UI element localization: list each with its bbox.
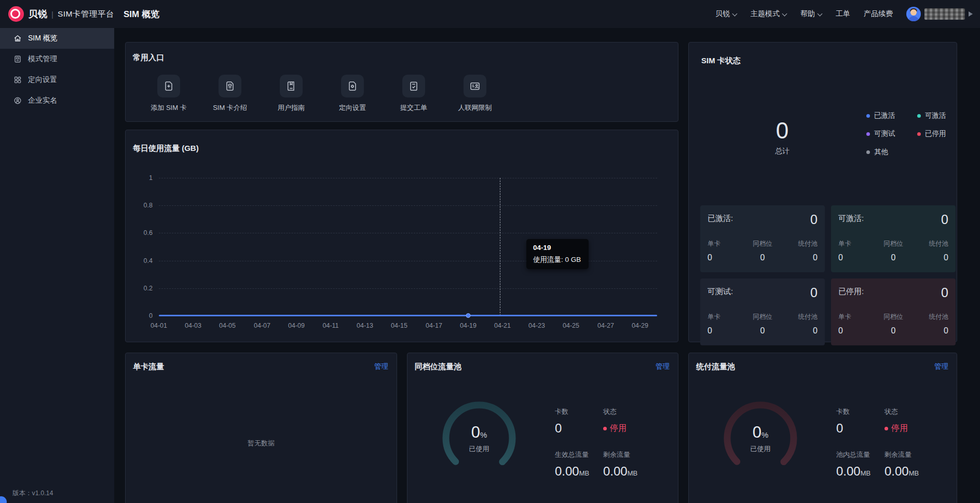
stat-status: 状态 停用 [603,407,681,436]
status-box-stopped: 已停用: 0 单卡0 同档位0 统付池0 [831,278,956,345]
x-tick: 04-05 [219,322,236,329]
legend-dot [917,114,921,118]
sidebar-item-label: 企业实名 [28,96,57,105]
legend-label: 可测试 [874,129,895,138]
nav-brand-menu[interactable]: 贝锐 [715,9,737,19]
sidebar: SIM 概览 模式管理 定向设置 企业实名 版本：v1.0.14 [0,28,114,503]
y-tick: 0.6 [144,229,153,236]
same-tier-pool-card: 同档位流量池 管理 0% 已使用 卡数 [407,353,678,503]
chevron-down-icon [818,11,822,16]
nav-renew[interactable]: 产品续费 [864,9,893,19]
user-avatar[interactable] [906,7,921,21]
status-box-label: 可测试: [707,287,733,297]
sidebar-item-sim-overview[interactable]: SIM 概览 [0,28,114,49]
sidebar-item-enterprise-realname[interactable]: 企业实名 [0,90,114,111]
collapse-arrow-icon[interactable] [969,11,973,17]
x-tick: 04-03 [185,322,201,329]
legend-label: 已停用 [925,129,946,138]
hovered-data-point [466,313,471,318]
tooltip-date: 04-19 [533,244,582,252]
y-tick: 0.2 [144,285,153,292]
pool-title: 同档位流量池 [415,362,461,372]
stat-status: 状态 停用 [884,407,962,436]
legend-other[interactable]: 其他 [866,147,917,157]
gridline [159,288,657,289]
sidebar-item-direction-settings[interactable]: 定向设置 [0,69,114,90]
sim-card-icon [224,80,236,92]
stat-remaining-traffic: 剩余流量 0.00MB [603,450,681,479]
manage-link[interactable]: 管理 [374,362,388,372]
gauge-center: 0% 已使用 [721,399,800,478]
status-box-value: 0 [810,287,818,299]
manage-link[interactable]: 管理 [656,362,670,372]
y-tick: 1 [149,174,153,181]
status-badge: 停用 [603,423,627,434]
x-tick: 04-07 [254,322,270,329]
y-tick: 0 [149,312,153,319]
entry-network-restriction[interactable]: 人联网限制 [446,75,504,113]
nav-theme-mode[interactable]: 主题模式 [751,9,787,19]
entry-user-guide[interactable]: 用户指南 [262,75,320,113]
status-box-value: 0 [810,214,818,226]
quick-entry-card: 常用入口 添加 SIM 卡 [125,42,678,122]
header-nav: 贝锐 主题模式 帮助 工单 产品续费 [715,7,980,21]
x-tick: 04-23 [528,322,545,329]
legend-stopped[interactable]: 已停用 [917,129,968,138]
legend-label: 可激活 [925,111,946,120]
quick-entry-title: 常用入口 [133,53,164,63]
sidebar-item-label: 模式管理 [28,54,57,64]
manage-link[interactable]: 管理 [934,362,948,372]
tooltip-value: 使用流量: 0 GB [533,255,582,264]
nav-ticket[interactable]: 工单 [836,9,850,19]
gauge-value: 0 [471,423,480,441]
entry-direction-settings[interactable]: 定向设置 [323,75,382,113]
pool-title: 统付流量池 [696,362,735,372]
sim-gear-icon [347,80,358,92]
unified-pool-card: 统付流量池 管理 0% 已使用 卡数 [688,353,957,503]
nav-help[interactable]: 帮助 [800,9,822,19]
user-account[interactable] [906,7,973,21]
legend-activated[interactable]: 已激活 [866,111,917,120]
pool-stats: 卡数 0 状态 停用 生效总流量 0.00MB [555,407,681,479]
sim-total-label: 总计 [721,147,843,156]
gauge-unit: % [761,430,768,439]
quick-entry-row: 添加 SIM 卡 SIM 卡介绍 [140,75,504,113]
gauge-value: 0 [753,423,761,441]
x-tick: 04-01 [151,322,167,329]
gridline [159,178,657,178]
floating-widget[interactable] [0,496,7,503]
brand-separator: | [51,10,53,19]
sim-add-icon [163,80,174,92]
gridline [159,205,657,206]
x-tick: 04-15 [391,322,407,329]
pool-title: 单卡流量 [133,362,164,372]
status-dot [603,427,607,430]
x-tick: 04-19 [460,322,477,329]
nav-brand-menu-label: 贝锐 [715,9,730,19]
entry-add-sim[interactable]: 添加 SIM 卡 [140,75,198,113]
home-icon [13,34,22,43]
empty-placeholder: 暂无数据 [126,439,397,448]
legend-label: 其他 [874,147,888,157]
sidebar-item-mode-management[interactable]: 模式管理 [0,49,114,69]
sidebar-item-label: SIM 概览 [28,34,58,43]
legend-activatable[interactable]: 可激活 [917,111,968,120]
entry-sim-intro[interactable]: SIM 卡介绍 [201,75,259,113]
entry-submit-ticket[interactable]: 提交工单 [385,75,443,113]
sim-status-card: SIM 卡状态 0 总计 已激活 可激活 [688,42,957,342]
y-axis-labels: 1 0.8 0.6 0.4 0.2 0 [130,178,153,316]
x-tick: 04-09 [288,322,305,329]
gauge-unit: % [480,430,487,439]
x-tick: 04-25 [563,322,579,329]
gauge-label: 已使用 [751,444,771,454]
grid-icon [13,76,22,84]
chart-tooltip: 04-19 使用流量: 0 GB [526,239,589,269]
single-card-traffic-card: 单卡流量 管理 暂无数据 [125,353,397,503]
legend-testable[interactable]: 可测试 [866,129,917,138]
sim-status-title: SIM 卡状态 [701,56,741,66]
nav-help-label: 帮助 [800,9,815,19]
chevron-down-icon [732,11,737,16]
version-label: 版本：v1.0.14 [12,489,53,498]
brand: 贝锐 | SIM卡管理平台 [0,6,114,22]
page-title: SIM 概览 [124,8,159,20]
